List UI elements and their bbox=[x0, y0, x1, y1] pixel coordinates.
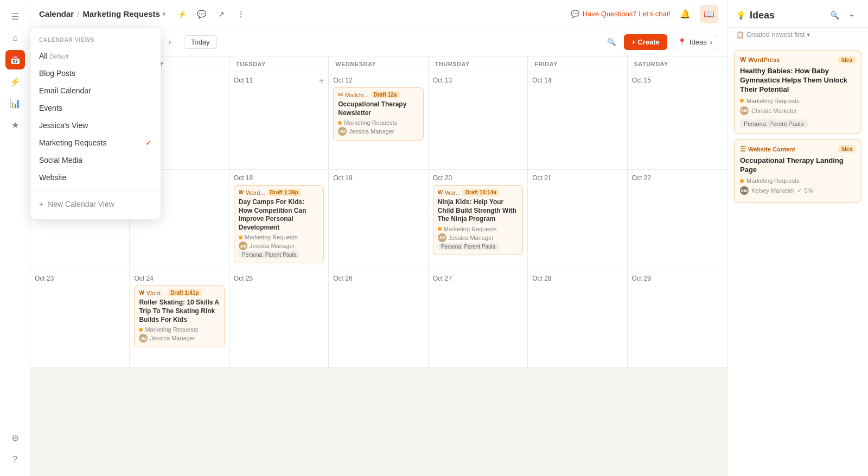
ideas-add-button[interactable]: + bbox=[844, 8, 859, 23]
calendar-search-button[interactable]: 🔍 bbox=[603, 34, 620, 50]
next-period-button[interactable]: › bbox=[162, 35, 177, 50]
cat-dot-oct20 bbox=[438, 227, 442, 231]
lightbulb-icon: 💡 bbox=[736, 11, 745, 20]
day-oct11: Oct 11 + bbox=[229, 72, 329, 169]
day-oct25: Oct 25 bbox=[229, 270, 329, 367]
sidebar-settings-icon[interactable]: ⚙ bbox=[5, 428, 25, 448]
event-oct12-1[interactable]: ✉ Mailchi... Draft 12a Occupational Ther… bbox=[333, 87, 423, 141]
new-calendar-view-label: New Calendar View bbox=[48, 200, 114, 208]
cat-dot-oct18 bbox=[239, 236, 242, 239]
breadcrumb: Calendar / Marketing Requests ▾ bbox=[39, 9, 165, 18]
idea-type-wordpress: W WordPress bbox=[740, 56, 780, 64]
wordpress-icon: W bbox=[740, 56, 746, 64]
source-icon: ✉ bbox=[338, 91, 343, 98]
filter-arrow-icon[interactable]: ▾ bbox=[807, 31, 810, 39]
sidebar-chart-icon[interactable]: 📊 bbox=[5, 93, 25, 113]
idea-card-2[interactable]: ☰ Website Content Idea Occupational Ther… bbox=[734, 139, 861, 204]
sidebar-star-icon[interactable]: ★ bbox=[5, 115, 25, 135]
breadcrumb-separator: / bbox=[77, 9, 79, 18]
filter-button[interactable]: ⚡ bbox=[174, 6, 190, 22]
event-title-oct18: Day Camps For Kids: How Competition Can … bbox=[239, 198, 319, 232]
dropdown-item-website[interactable]: Website bbox=[30, 169, 161, 186]
idea-avatar-1: CM bbox=[740, 106, 749, 115]
sidebar-help-icon[interactable]: ? bbox=[5, 450, 25, 469]
breadcrumb-current[interactable]: Marketing Requests ▾ bbox=[82, 9, 165, 18]
ideas-search-button[interactable]: 🔍 bbox=[827, 8, 842, 23]
progress-value: 0% bbox=[804, 187, 813, 194]
check-icon-progress: ✓ bbox=[797, 187, 802, 194]
event-cat-oct18: Marketing Requests bbox=[239, 234, 319, 240]
dropdown-item-marketing[interactable]: Marketing Requests ✓ bbox=[30, 134, 161, 151]
idea-tag-1: Persona: Parent Paula bbox=[740, 119, 808, 128]
ideas-panel-header: 💡 Ideas 🔍 + bbox=[727, 0, 868, 28]
chat-link[interactable]: 💬 Have Questions? Let's chat! bbox=[571, 10, 671, 18]
chat-icon: 💬 bbox=[571, 10, 579, 18]
dropdown-item-social[interactable]: Social Media bbox=[30, 151, 161, 169]
dropdown-item-marketing-label: Marketing Requests bbox=[39, 138, 107, 147]
ideas-filter-row: 📋 Created newest first ▾ bbox=[727, 28, 868, 43]
day-num-oct20: Oct 20 bbox=[433, 174, 523, 182]
day-oct19: Oct 19 bbox=[329, 170, 428, 270]
breadcrumb-calendar[interactable]: Calendar bbox=[39, 9, 74, 18]
sidebar-menu-icon[interactable]: ☰ bbox=[5, 7, 25, 26]
share-button[interactable]: ↗ bbox=[213, 6, 229, 22]
event-assignee: JM Jessica Manager bbox=[338, 127, 418, 136]
idea-avatar-2: KM bbox=[740, 186, 749, 195]
draft-badge: Draft 12a bbox=[371, 91, 400, 98]
draft-badge-oct24: Draft 1:41p bbox=[168, 289, 201, 296]
event-assignee-oct20: JM Jessica Manager bbox=[438, 233, 518, 242]
day-oct20: Oct 20 W Wor... Draft 10:14a Ninja Kids:… bbox=[429, 170, 528, 270]
day-oct24: Oct 24 W Word... Draft 1:41p Roller Skat… bbox=[130, 270, 229, 367]
idea-card-1[interactable]: W WordPress Idea Healthy Babies: How Bab… bbox=[734, 50, 861, 134]
dropdown-item-email[interactable]: Email Calendar bbox=[30, 82, 161, 99]
more-button[interactable]: ⋮ bbox=[233, 6, 249, 22]
topbar: Calendar / Marketing Requests ▾ ⚡ 💬 ↗ ⋮ … bbox=[30, 0, 727, 28]
assignee-oct18: Jessica Manager bbox=[250, 243, 295, 249]
idea-card-1-header: W WordPress Idea bbox=[740, 56, 856, 64]
comment-button[interactable]: 💬 bbox=[194, 6, 210, 22]
ideas-filter-button[interactable]: 📍 Ideas › bbox=[672, 35, 718, 49]
day-oct23: Oct 23 bbox=[30, 270, 130, 367]
ideas-panel: 💡 Ideas 🔍 + 📋 Created newest first ▾ W W… bbox=[727, 0, 868, 476]
event-tag-oct18: Persona: Parent Paula bbox=[239, 251, 319, 258]
day-num-oct23: Oct 23 bbox=[35, 275, 125, 282]
today-button[interactable]: Today bbox=[184, 35, 217, 49]
new-calendar-view-button[interactable]: + New Calendar View bbox=[30, 195, 161, 213]
event-oct18-1[interactable]: W Word... Draft 1:39p Day Camps For Kids… bbox=[234, 185, 324, 263]
day-oct29: Oct 29 bbox=[628, 270, 727, 367]
dropdown-item-events-label: Events bbox=[39, 104, 62, 112]
day-num-oct27: Oct 27 bbox=[433, 275, 523, 282]
filter-order[interactable]: newest first bbox=[772, 31, 805, 39]
event-title: Occupational Therapy Newsletter bbox=[338, 100, 418, 117]
book-button[interactable]: 📖 bbox=[700, 5, 718, 23]
avatar-oct24: JM bbox=[139, 334, 148, 342]
day-header-friday: FRIDAY bbox=[528, 56, 627, 72]
dropdown-item-events[interactable]: Events bbox=[30, 99, 161, 117]
event-oct20-1[interactable]: W Wor... Draft 10:14a Ninja Kids: Help Y… bbox=[433, 185, 523, 255]
day-oct12: Oct 12 ✉ Mailchi... Draft 12a Occupation… bbox=[329, 72, 428, 169]
sidebar-activity-icon[interactable]: ⚡ bbox=[5, 72, 25, 91]
event-header: ✉ Mailchi... Draft 12a bbox=[338, 91, 418, 98]
filter-label[interactable]: Created bbox=[746, 31, 770, 39]
dropdown-item-jessicas[interactable]: Jessica's View bbox=[30, 117, 161, 134]
dropdown-arrow-icon[interactable]: ▾ bbox=[162, 10, 165, 18]
dropdown-item-jessicas-label: Jessica's View bbox=[39, 121, 88, 130]
dropdown-item-all-label: All Default bbox=[39, 52, 68, 60]
create-button[interactable]: + Create bbox=[624, 34, 667, 50]
day-oct15: Oct 15 bbox=[628, 72, 727, 169]
dropdown-item-blogposts[interactable]: Blog Posts bbox=[30, 65, 161, 82]
add-event-oct11[interactable]: + bbox=[319, 77, 324, 85]
chat-text: Have Questions? Let's chat! bbox=[583, 10, 671, 18]
sidebar-home-icon[interactable]: ⌂ bbox=[5, 28, 25, 48]
event-title-oct20: Ninja Kids: Help Your Child Build Streng… bbox=[438, 198, 518, 224]
notifications-button[interactable]: 🔔 bbox=[677, 6, 693, 22]
day-num-oct25: Oct 25 bbox=[234, 275, 324, 282]
sidebar-calendar-icon[interactable]: 📅 bbox=[5, 50, 25, 69]
draft-badge-oct20: Draft 10:14a bbox=[463, 189, 499, 196]
tag-badge-oct18: Persona: Parent Paula bbox=[239, 251, 300, 258]
event-oct24-1[interactable]: W Word... Draft 1:41p Roller Skating: 10… bbox=[134, 285, 224, 347]
avatar-oct18: JM bbox=[239, 242, 247, 250]
dropdown-item-all[interactable]: All Default bbox=[30, 47, 161, 65]
ideas-filter-label: Ideas bbox=[690, 38, 707, 46]
ideas-pin-icon: 📍 bbox=[678, 38, 686, 46]
